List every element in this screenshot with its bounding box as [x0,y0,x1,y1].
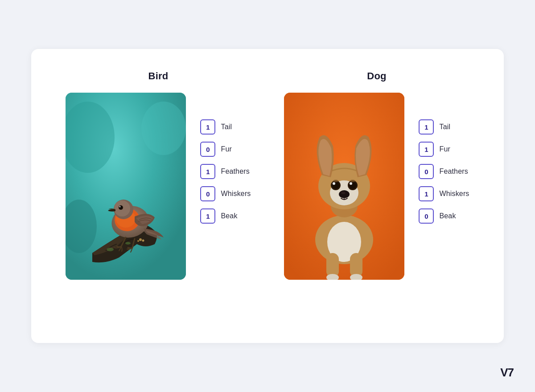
svg-point-31 [333,182,335,185]
svg-point-33 [339,190,350,198]
bird-tail-label: Tail [221,123,232,131]
svg-point-14 [139,238,142,241]
dog-fur-label: Fur [439,145,450,153]
bird-attributes: 1 Tail 0 Fur 1 Feathers 0 [200,93,251,224]
bird-whiskers-label: Whiskers [221,190,251,198]
dog-whiskers-label: Whiskers [439,190,469,198]
bird-feathers-badge: 1 [200,164,215,179]
dog-attr-feathers: 0 Feathers [419,164,469,179]
svg-point-36 [350,180,355,182]
svg-point-16 [137,240,139,242]
dog-attr-whiskers: 1 Whiskers [419,186,469,201]
main-card: Bird [31,49,504,343]
bird-content: 1 Tail 0 Fur 1 Feathers 0 [66,93,251,280]
dog-fur-badge: 1 [419,142,434,157]
dog-attr-beak: 0 Beak [419,208,469,224]
bird-attr-tail: 1 Tail [200,119,251,135]
bird-photo [66,93,186,280]
bird-fur-label: Fur [221,145,231,153]
dog-photo [284,93,404,280]
dog-title: Dog [367,70,386,82]
section-divider [259,70,276,280]
dog-feathers-label: Feathers [439,167,468,176]
bird-attr-whiskers: 0 Whiskers [200,186,251,201]
bird-attr-feathers: 1 Feathers [200,164,251,179]
bird-feathers-label: Feathers [221,167,249,176]
page-container: Bird [0,0,535,392]
bird-fur-badge: 0 [200,142,215,157]
columns-layout: Bird [58,70,477,280]
svg-point-5 [125,242,131,245]
dog-section: Dog [276,70,477,280]
dog-image [284,93,404,280]
svg-point-13 [119,206,121,208]
dog-content: 1 Tail 1 Fur 0 Feathers 1 [284,93,469,280]
dog-whiskers-badge: 1 [419,186,434,201]
bird-attr-beak: 1 Beak [200,208,251,224]
svg-point-2 [141,102,186,155]
dog-attributes: 1 Tail 1 Fur 0 Feathers 1 [419,93,469,224]
v7-logo: V7 [500,366,514,380]
bird-image [66,93,186,280]
bird-whiskers-badge: 0 [200,186,215,201]
bird-attr-fur: 0 Fur [200,142,251,157]
svg-point-15 [142,240,144,242]
dog-tail-label: Tail [439,123,450,131]
bird-tail-badge: 1 [200,119,215,135]
dog-svg [284,93,404,280]
svg-rect-21 [350,253,362,278]
bird-svg [66,93,186,280]
svg-point-4 [107,248,114,251]
dog-beak-label: Beak [439,212,456,220]
bird-beak-label: Beak [221,212,237,220]
dog-tail-badge: 1 [419,119,434,135]
dog-attr-tail: 1 Tail [419,119,469,135]
svg-point-32 [350,182,352,185]
svg-point-35 [333,180,338,182]
dog-beak-badge: 0 [419,208,434,224]
bird-beak-badge: 1 [200,208,215,224]
svg-rect-20 [326,253,339,278]
svg-point-34 [341,192,346,194]
dog-feathers-badge: 0 [419,164,434,179]
bird-title: Bird [148,70,169,82]
bird-section: Bird [58,70,259,280]
dog-attr-fur: 1 Fur [419,142,469,157]
